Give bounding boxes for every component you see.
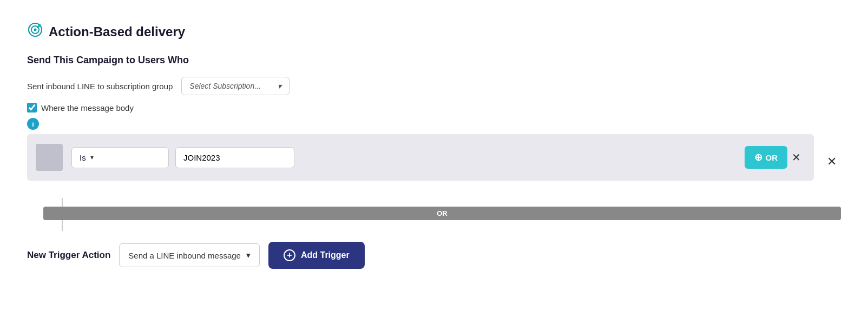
filter-row: Is ▾ ⊕ OR ✕ [27, 134, 814, 181]
or-add-button[interactable]: ⊕ OR [745, 146, 788, 169]
filter-controls: Is ▾ [71, 147, 745, 168]
page-title: Action-Based delivery [49, 24, 185, 39]
filter-value-input[interactable] [175, 147, 294, 168]
new-trigger-label: New Trigger Action [27, 250, 110, 261]
drag-handle[interactable] [36, 144, 63, 171]
or-plus-icon: ⊕ [754, 151, 762, 163]
subscription-select[interactable]: Select Subscription... ▾ [181, 77, 290, 95]
condition-select[interactable]: Is ▾ [71, 147, 169, 168]
target-icon [27, 22, 43, 42]
row-close-button[interactable]: ✕ [823, 153, 841, 171]
page-header: Action-Based delivery [27, 22, 841, 42]
info-icon: i [27, 118, 39, 130]
message-body-checkbox[interactable] [27, 103, 37, 112]
info-icon-wrap: i [27, 118, 841, 130]
add-trigger-label: Add Trigger [301, 250, 350, 260]
condition-select-value: Is [80, 153, 86, 162]
or-badge: OR [43, 207, 841, 220]
filter-close-button[interactable]: ✕ [787, 149, 805, 166]
trigger-action-chevron-icon: ▾ [246, 250, 251, 260]
subscription-chevron-icon: ▾ [278, 82, 281, 90]
trigger-action-value: Send a LINE inbound message [128, 251, 241, 260]
or-section: OR [43, 198, 841, 231]
section-title: Send This Campaign to Users Who [27, 55, 841, 66]
close-outer-icon: ✕ [827, 155, 837, 168]
or-button-label: OR [766, 153, 778, 162]
condition-chevron-icon: ▾ [90, 154, 94, 161]
trigger-action-select[interactable]: Send a LINE inbound message ▾ [119, 243, 260, 267]
trigger-condition-row: Sent inbound LINE to subscription group … [27, 77, 841, 95]
add-trigger-button[interactable]: + Add Trigger [268, 242, 365, 269]
svg-point-2 [34, 29, 37, 31]
add-trigger-plus-icon: + [284, 249, 295, 261]
or-connector-top [62, 198, 63, 207]
close-icon: ✕ [792, 151, 801, 163]
new-trigger-row: New Trigger Action Send a LINE inbound m… [27, 242, 841, 269]
message-body-label: Where the message body [41, 103, 134, 112]
subscription-placeholder: Select Subscription... [189, 82, 261, 90]
or-connector-bottom [62, 220, 63, 231]
message-body-checkbox-row: Where the message body [27, 103, 841, 112]
trigger-condition-label: Sent inbound LINE to subscription group [27, 82, 173, 91]
